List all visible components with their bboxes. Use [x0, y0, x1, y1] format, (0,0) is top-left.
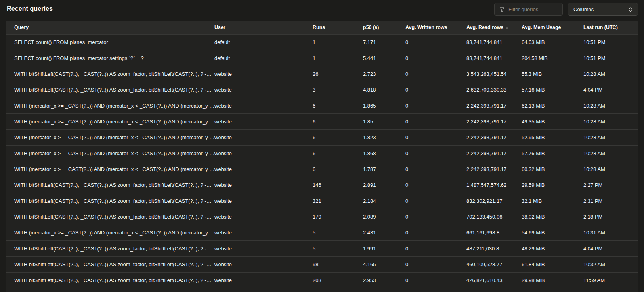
cell-runs: 26 [313, 71, 363, 77]
cell-last-run: 10:28 AM [583, 103, 638, 109]
cell-query: WITH (mercator_x >= _CAST(?..)) AND (mer… [6, 150, 214, 156]
table-row[interactable]: WITH (mercator_x >= _CAST(?..)) AND (mer… [6, 161, 638, 177]
cell-avg-read-rows: 2,242,393,791.17 [466, 119, 522, 125]
table-row[interactable]: WITH bitShiftLeft(CAST(?..), _CAST(?..))… [6, 193, 638, 209]
cell-p50: 1.787 [363, 166, 405, 172]
column-header[interactable]: Avg. Read rows [466, 25, 522, 30]
cell-runs: 146 [313, 182, 363, 188]
table-row[interactable]: WITH bitShiftLeft(CAST(?..), _CAST(?..))… [6, 209, 638, 225]
cell-avg-read-rows: 1,487,547,574.62 [466, 182, 522, 188]
cell-last-run: 2:18 PM [583, 214, 638, 220]
cell-last-run: 10:28 AM [583, 119, 638, 125]
cell-avg-written-rows: 0 [405, 55, 466, 61]
cell-p50: 4.818 [363, 87, 405, 93]
cell-last-run: 10:51 PM [583, 39, 638, 45]
column-header[interactable]: Avg. Written rows [405, 25, 466, 30]
cell-runs: 203 [313, 277, 363, 283]
cell-avg-mem-usage: 54.69 MiB [522, 230, 583, 236]
column-header[interactable]: p50 (s) [363, 25, 405, 30]
cell-user: website [214, 230, 313, 236]
cell-avg-written-rows: 0 [405, 182, 466, 188]
table-row[interactable]: WITH (mercator_x >= _CAST(?..)) AND (mer… [6, 145, 638, 161]
table-row[interactable]: SELECT count() FROM planes_mercator sett… [6, 50, 638, 66]
cell-p50: 2.953 [363, 277, 405, 283]
cell-p50: 1.991 [363, 246, 405, 252]
cell-p50: 1.865 [363, 103, 405, 109]
cell-p50: 1.85 [363, 119, 405, 125]
table-header-row: Query User Runs p50 (s) Avg. Written row… [6, 21, 638, 34]
topbar: Recent queries Columns [0, 0, 644, 20]
cell-query: SELECT count() FROM planes_mercator [6, 39, 214, 45]
cell-last-run: 10:31 AM [583, 230, 638, 236]
table-row[interactable]: WITH (mercator_x >= _CAST(?..)) AND (mer… [6, 113, 638, 129]
filter-queries-box[interactable] [494, 3, 563, 16]
cell-avg-written-rows: 0 [405, 71, 466, 77]
table-row[interactable]: SELECT count() FROM planes_mercator defa… [6, 34, 638, 50]
column-header-label: Avg. Written rows [405, 25, 447, 30]
table-row[interactable]: WITH (mercator_x >= _CAST(?..)) AND (mer… [6, 98, 638, 113]
cell-avg-written-rows: 0 [405, 246, 466, 252]
cell-avg-written-rows: 0 [405, 230, 466, 236]
cell-avg-mem-usage: 29.59 MiB [522, 182, 583, 188]
table-row[interactable]: WITH (mercator_x >= _CAST(?..)) AND (mer… [6, 225, 638, 240]
cell-avg-read-rows: 83,741,744,841 [466, 39, 522, 45]
cell-avg-written-rows: 0 [405, 150, 466, 156]
table-body: SELECT count() FROM planes_mercator defa… [6, 34, 638, 292]
cell-query: WITH (mercator_x >= _CAST(?..)) AND (mer… [6, 119, 214, 125]
cell-user: default [214, 39, 313, 45]
page-title: Recent queries [7, 5, 53, 12]
table-row[interactable]: WITH bitShiftLeft(CAST(?..), _CAST(?..))… [6, 272, 638, 288]
column-header-label: User [214, 25, 225, 30]
cell-avg-written-rows: 0 [405, 39, 466, 45]
cell-runs: 5 [313, 246, 363, 252]
cell-avg-mem-usage: 64.03 MiB [522, 39, 583, 45]
cell-user: website [214, 182, 313, 188]
cell-last-run: 10:32 AM [583, 261, 638, 267]
cell-runs: 3 [313, 87, 363, 93]
column-header[interactable]: Query [6, 25, 214, 30]
cell-avg-mem-usage: 32.1 MiB [522, 198, 583, 204]
chevron-up-down-icon [628, 7, 633, 12]
table-row[interactable]: WITH bitShiftLeft(CAST(?..), _CAST(?..))… [6, 240, 638, 256]
cell-user: website [214, 71, 313, 77]
cell-avg-written-rows: 0 [405, 198, 466, 204]
cell-avg-mem-usage: 62.13 MiB [522, 103, 583, 109]
table-row[interactable]: WITH (mercator_x >= _CAST(?..)) AND (mer… [6, 129, 638, 145]
cell-p50: 2.089 [363, 214, 405, 220]
cell-query: SELECT count() FROM planes_mercator sett… [6, 55, 214, 61]
cell-user: website [214, 87, 313, 93]
column-header[interactable]: Avg. Mem Usage [522, 25, 583, 30]
cell-runs: 98 [313, 261, 363, 267]
columns-dropdown[interactable]: Columns [568, 3, 638, 16]
cell-user: website [214, 246, 313, 252]
cell-p50: 2.431 [363, 230, 405, 236]
sort-chevron-down-icon [505, 27, 509, 29]
column-header[interactable]: Last run (UTC) [583, 25, 638, 30]
cell-query: WITH bitShiftLeft(CAST(?..), _CAST(?..))… [6, 182, 214, 188]
table-row[interactable]: WITH bitShiftLeft(CAST(?..), _CAST(?..))… [6, 177, 638, 193]
column-header-label: Avg. Read rows [466, 25, 503, 30]
cell-user: website [214, 198, 313, 204]
column-header[interactable]: User [214, 25, 313, 30]
cell-user: website [214, 103, 313, 109]
cell-runs: 6 [313, 103, 363, 109]
table-row[interactable]: WITH bitShiftLeft(CAST(?..), _CAST(?..))… [6, 256, 638, 272]
cell-avg-read-rows: 2,242,393,791.17 [466, 103, 522, 109]
cell-avg-read-rows: 702,133,450.06 [466, 214, 522, 220]
cell-avg-mem-usage: 204.58 MiB [522, 55, 583, 61]
cell-avg-mem-usage: 57.16 MiB [522, 87, 583, 93]
table-row[interactable]: WITH bitShiftLeft(CAST(?..), _CAST(?..))… [6, 66, 638, 82]
cell-user: default [214, 55, 313, 61]
table-row-partial[interactable] [6, 288, 638, 292]
cell-p50: 1.823 [363, 134, 405, 140]
cell-user: website [214, 119, 313, 125]
cell-query: WITH bitShiftLeft(CAST(?..), _CAST(?..))… [6, 246, 214, 252]
cell-avg-mem-usage: 55.3 MiB [522, 71, 583, 77]
cell-runs: 6 [313, 166, 363, 172]
filter-queries-input[interactable] [508, 6, 558, 12]
column-header[interactable]: Runs [313, 25, 363, 30]
cell-avg-read-rows: 83,741,744,841 [466, 55, 522, 61]
cell-query: WITH bitShiftLeft(CAST(?..), _CAST(?..))… [6, 261, 214, 267]
table-row[interactable]: WITH bitShiftLeft(CAST(?..), _CAST(?..))… [6, 82, 638, 98]
cell-runs: 1 [313, 55, 363, 61]
